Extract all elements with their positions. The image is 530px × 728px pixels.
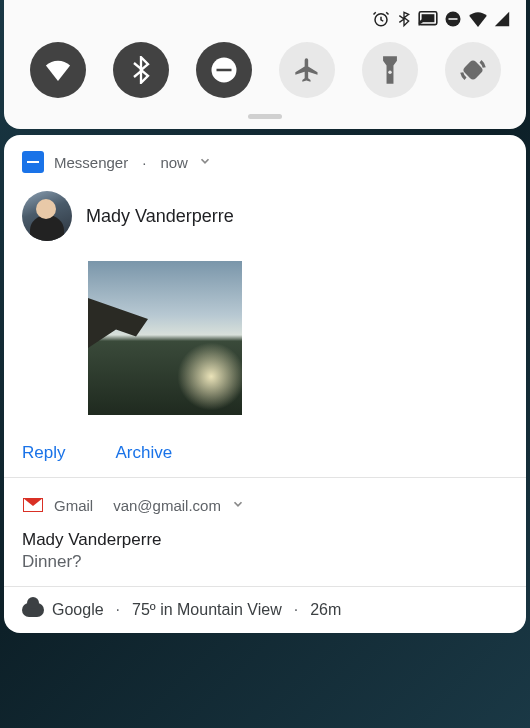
cast-icon — [418, 11, 438, 27]
quick-settings-row — [16, 38, 514, 106]
quick-settings-panel — [4, 0, 526, 129]
dnd-tile[interactable] — [196, 42, 252, 98]
notification-weather[interactable]: Google 75º in Mountain View 26m — [4, 587, 526, 633]
bluetooth-icon — [396, 10, 412, 28]
separator-dot — [112, 601, 124, 619]
email-sender: Mady Vanderperre — [22, 530, 508, 550]
chevron-down-icon[interactable] — [231, 497, 245, 514]
svg-rect-2 — [422, 14, 435, 22]
messenger-app-icon — [22, 151, 44, 173]
rotation-tile[interactable] — [445, 42, 501, 98]
wifi-status-icon — [468, 11, 488, 27]
flashlight-tile[interactable] — [362, 42, 418, 98]
cellular-icon — [494, 11, 510, 27]
gmail-body: Mady Vanderperre Dinner? — [22, 530, 508, 572]
email-subject: Dinner? — [22, 552, 508, 572]
message-image-wrap — [88, 261, 508, 415]
notification-messenger[interactable]: Messenger now Mady Vanderperre Reply Arc… — [4, 135, 526, 477]
sender-row: Mady Vanderperre — [22, 191, 508, 241]
reply-button[interactable]: Reply — [22, 443, 65, 463]
app-name: Gmail — [54, 497, 93, 514]
wifi-tile[interactable] — [30, 42, 86, 98]
sender-avatar — [22, 191, 72, 241]
svg-rect-4 — [449, 18, 458, 20]
notification-header: Messenger now — [22, 151, 508, 173]
chevron-down-icon[interactable] — [198, 154, 212, 171]
cloud-icon — [22, 603, 44, 617]
archive-button[interactable]: Archive — [115, 443, 172, 463]
svg-point-7 — [388, 71, 391, 74]
weather-row: Google 75º in Mountain View 26m — [22, 601, 508, 619]
app-name: Google — [52, 601, 104, 619]
separator-dot — [290, 601, 302, 619]
dnd-status-icon — [444, 10, 462, 28]
svg-rect-6 — [216, 69, 231, 72]
gmail-app-icon — [22, 494, 44, 516]
separator-dot — [138, 154, 150, 171]
bluetooth-tile[interactable] — [113, 42, 169, 98]
status-bar — [16, 6, 514, 38]
notification-gmail[interactable]: Gmail van@gmail.com Mady Vanderperre Din… — [4, 478, 526, 586]
airplane-tile[interactable] — [279, 42, 335, 98]
panel-drag-handle[interactable] — [248, 114, 282, 119]
notification-time: 26m — [310, 601, 341, 619]
weather-summary: 75º in Mountain View — [132, 601, 282, 619]
sender-name: Mady Vanderperre — [86, 206, 234, 227]
app-name: Messenger — [54, 154, 128, 171]
alarm-icon — [372, 10, 390, 28]
notification-panel: Messenger now Mady Vanderperre Reply Arc… — [4, 135, 526, 633]
notification-time: now — [160, 154, 188, 171]
notification-actions: Reply Archive — [22, 443, 508, 463]
svg-rect-8 — [464, 61, 482, 79]
gmail-account: van@gmail.com — [113, 497, 221, 514]
message-image-thumbnail[interactable] — [88, 261, 242, 415]
notification-header: Gmail van@gmail.com — [22, 494, 508, 516]
